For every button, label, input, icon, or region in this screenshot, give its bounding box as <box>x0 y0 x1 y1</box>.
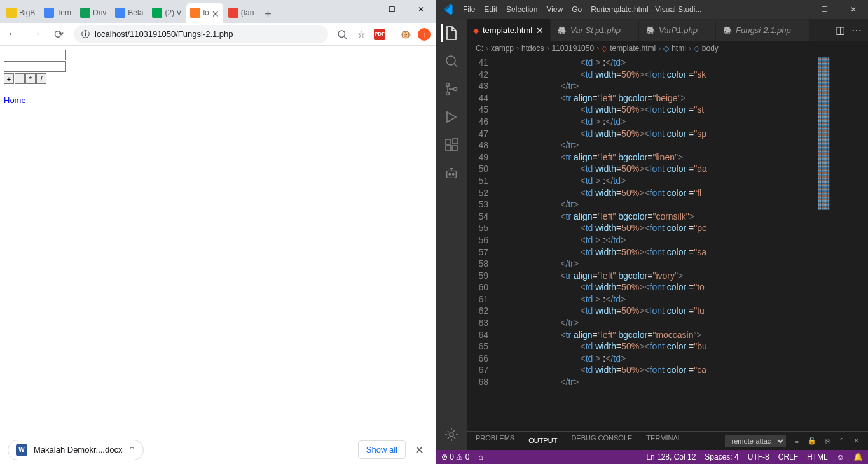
editor-tab[interactable]: 🐘Var St p1.php✕ <box>551 19 639 41</box>
close-button[interactable]: ✕ <box>406 0 436 19</box>
site-info-icon[interactable]: ⓘ <box>81 29 90 40</box>
status-encoding[interactable]: UTF-8 <box>748 453 769 461</box>
minimize-button[interactable]: ─ <box>780 0 809 19</box>
panel-tab[interactable]: PROBLEMS <box>476 434 514 447</box>
status-bar: ⊘ 0 ⚠ 0 ⌂ Ln 128, Col 12 Spaces: 4 UTF-8… <box>436 450 868 464</box>
menu-item[interactable]: Edit <box>480 3 501 17</box>
favicon <box>190 8 200 18</box>
svg-point-1 <box>446 56 455 65</box>
panel-icon[interactable]: ≡ <box>795 437 799 445</box>
reload-button[interactable]: ⟳ <box>51 27 66 42</box>
forward-button[interactable]: → <box>28 27 43 42</box>
calc-button[interactable]: / <box>36 73 46 84</box>
status-spaces[interactable]: Spaces: 4 <box>705 453 738 461</box>
extension-icon-2[interactable]: ↑ <box>418 28 431 41</box>
page-content: +-*/ Home <box>0 46 436 435</box>
browser-tab[interactable]: (tan <box>224 3 258 23</box>
split-editor-icon[interactable]: ◫ <box>836 24 845 36</box>
breadcrumb[interactable]: C:›xampp›htdocs›1103191050›◇template.htm… <box>467 41 868 55</box>
maximize-button[interactable]: ☐ <box>809 0 839 19</box>
settings-icon[interactable] <box>443 426 460 444</box>
calc-button[interactable]: - <box>15 73 25 84</box>
menu-item[interactable]: Go <box>568 3 586 17</box>
status-feedback-icon[interactable]: ☺ <box>837 453 844 461</box>
status-errors[interactable]: ⊘ 0 ⚠ 0 <box>441 453 469 461</box>
menu-item[interactable]: File <box>459 3 479 17</box>
maximize-button[interactable]: ☐ <box>377 0 406 19</box>
browser-tab[interactable]: BigB <box>3 3 39 23</box>
output-channel-select[interactable]: remote-attac <box>725 435 786 447</box>
calc-button[interactable]: + <box>4 73 14 84</box>
favicon <box>80 8 90 18</box>
address-bar: ← → ⟳ ⓘ localhost/1103191050/Fungsi-2.1.… <box>0 23 436 46</box>
home-icon[interactable]: ⌂ <box>478 453 483 461</box>
minimize-button[interactable]: ─ <box>348 0 377 19</box>
browser-tab[interactable]: Bela <box>111 3 147 23</box>
panel-collapse-icon[interactable]: ⌃ <box>839 437 844 445</box>
breadcrumb-item[interactable]: html <box>672 44 686 53</box>
breadcrumb-item[interactable]: 1103191050 <box>551 44 594 53</box>
address-input[interactable]: ⓘ localhost/1103191050/Fungsi-2.1.php <box>74 25 328 43</box>
vscode-title-bar: FileEditSelectionViewGoRun… template.htm… <box>436 0 868 19</box>
html-icon: ◆ <box>473 26 479 35</box>
more-icon[interactable]: ⋯ <box>851 24 862 36</box>
breadcrumb-item[interactable]: body <box>702 44 719 53</box>
editor-area[interactable]: 4142434445464748495051525354555657585960… <box>467 55 868 431</box>
line-numbers: 4142434445464748495051525354555657585960… <box>467 55 501 431</box>
editor-tabs: ◆template.html✕🐘Var St p1.php✕🐘VarP1.php… <box>467 19 868 41</box>
php-icon: 🐘 <box>722 26 732 35</box>
download-bar-close[interactable]: ✕ <box>411 443 428 457</box>
panel-lock-icon[interactable]: 🔓 <box>808 437 816 445</box>
minimap[interactable]: ███ ██ ████ █████ ██ ████ █████ ██ ████ … <box>817 55 868 431</box>
panel-tab[interactable]: OUTPUT <box>528 437 557 447</box>
show-all-button[interactable]: Show all <box>358 440 406 459</box>
download-item[interactable]: W Makalah Demokr....docx ⌃ <box>8 440 144 460</box>
browser-tab[interactable]: Driv <box>76 3 110 23</box>
browser-tab[interactable]: lo✕ <box>186 3 223 23</box>
close-icon[interactable]: ✕ <box>536 25 544 36</box>
panel-clear-icon[interactable]: ⎘ <box>825 437 830 445</box>
status-eol[interactable]: CRLF <box>778 453 798 461</box>
source-control-icon[interactable] <box>443 80 460 98</box>
status-cursor[interactable]: Ln 128, Col 12 <box>646 453 696 461</box>
status-bell-icon[interactable]: 🔔 <box>853 453 863 461</box>
menu-item[interactable]: Selection <box>502 3 541 17</box>
explorer-icon[interactable] <box>441 24 460 42</box>
panel-tab[interactable]: DEBUG CONSOLE <box>571 434 632 447</box>
panel-tab[interactable]: TERMINAL <box>646 434 682 447</box>
editor-tab[interactable]: 🐘Fungsi-2.1.php✕ <box>716 19 809 41</box>
browser-tab[interactable]: Tem <box>40 3 75 23</box>
pdf-icon[interactable]: PDF <box>374 29 385 40</box>
search-icon[interactable] <box>443 52 460 70</box>
back-button[interactable]: ← <box>5 27 20 42</box>
menu-bar: FileEditSelectionViewGoRun… <box>459 3 625 17</box>
php-icon: 🐘 <box>645 26 655 35</box>
extension-icon-1[interactable]: 🐵 <box>399 28 411 41</box>
robot-icon[interactable] <box>443 164 460 182</box>
code-content[interactable]: <td > :</td> <td width=50%><font color =… <box>501 55 817 431</box>
breadcrumb-item[interactable]: template.html <box>610 44 656 53</box>
browser-tab[interactable]: (2) V <box>148 3 185 23</box>
editor-tab[interactable]: ◆template.html✕ <box>467 19 551 41</box>
input-1[interactable] <box>4 50 66 60</box>
new-tab-button[interactable]: + <box>259 5 277 23</box>
home-link[interactable]: Home <box>4 95 26 105</box>
calc-button[interactable]: * <box>25 73 36 84</box>
breadcrumb-item[interactable]: xampp <box>491 44 514 53</box>
editor-tab[interactable]: 🐘VarP1.php✕ <box>639 19 716 41</box>
close-icon[interactable]: ✕ <box>212 9 219 17</box>
input-2[interactable] <box>4 61 66 72</box>
breadcrumb-item[interactable]: htdocs <box>521 44 544 53</box>
menu-item[interactable]: View <box>542 3 567 17</box>
breadcrumb-item[interactable]: C: <box>476 44 483 53</box>
tab-label: Fungsi-2.1.php <box>736 25 791 35</box>
extensions-icon[interactable] <box>443 136 460 154</box>
close-button[interactable]: ✕ <box>839 0 868 19</box>
translate-icon[interactable] <box>336 28 348 41</box>
run-debug-icon[interactable] <box>443 108 460 126</box>
activity-bar <box>436 19 467 450</box>
panel-close-icon[interactable]: ✕ <box>853 437 859 445</box>
bookmark-icon[interactable]: ☆ <box>355 28 368 41</box>
status-language[interactable]: HTML <box>807 453 828 461</box>
svg-rect-8 <box>453 139 458 144</box>
